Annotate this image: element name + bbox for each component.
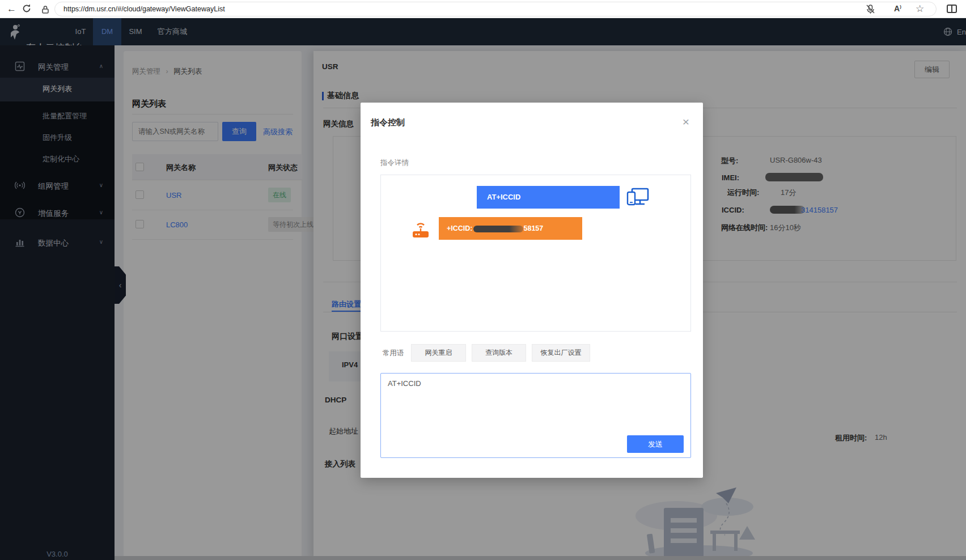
sent-command-text: AT+ICCID [487, 193, 520, 201]
modal-title: 指令控制 [371, 117, 405, 128]
favorite-star-icon[interactable]: ☆ [916, 4, 924, 14]
refresh-icon[interactable] [22, 3, 32, 14]
gateway-router-icon [412, 218, 430, 239]
send-button[interactable]: 发送 [627, 435, 684, 453]
command-detail-label: 指令详情 [380, 158, 409, 168]
close-icon[interactable]: × [678, 114, 694, 130]
lock-icon [41, 5, 49, 14]
sent-command-bubble: AT+ICCID [477, 186, 620, 209]
response-tail-text: 58157 [524, 224, 544, 232]
url-text[interactable]: https://dm.usr.cn/#/cloud/gateway/ViewGa… [63, 5, 225, 13]
back-icon[interactable]: ← [7, 4, 16, 14]
browser-chrome: ← https://dm.usr.cn/#/cloud/gateway/View… [0, 0, 966, 18]
phrase-button-factory-reset[interactable]: 恢复出厂设置 [532, 344, 590, 362]
split-screen-icon[interactable] [947, 5, 957, 13]
response-bubble: +ICCID:58157 [439, 217, 582, 240]
mic-blocked-icon[interactable] [866, 4, 875, 14]
client-device-icon [626, 188, 649, 207]
read-aloud-icon[interactable]: A) [894, 5, 901, 12]
command-chat-box: AT+ICCID +ICCID:58157 [380, 175, 691, 332]
phrase-button-restart[interactable]: 网关重启 [411, 344, 466, 362]
command-control-modal: 指令控制 × 指令详情 AT+ICCID [361, 103, 703, 478]
phrase-button-query-version[interactable]: 查询版本 [472, 344, 526, 362]
common-phrases-label: 常用语 [383, 349, 404, 358]
response-prefix-text: +ICCID: [447, 224, 473, 232]
response-redaction-blob [473, 226, 523, 232]
screen: ← https://dm.usr.cn/#/cloud/gateway/View… [0, 0, 966, 560]
